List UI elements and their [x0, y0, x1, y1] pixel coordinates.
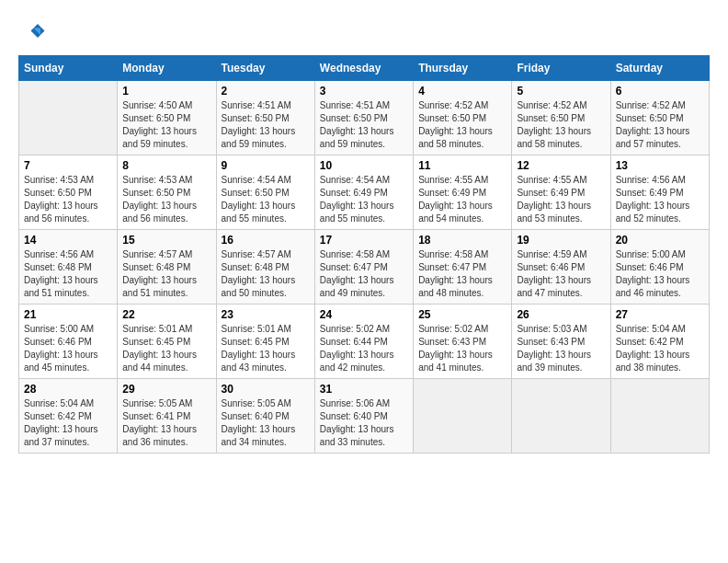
day-info: Sunrise: 5:04 AM Sunset: 6:42 PM Dayligh… [616, 323, 704, 374]
sunrise-text: Sunrise: 5:00 AM [24, 324, 94, 334]
calendar-row: 21 Sunrise: 5:00 AM Sunset: 6:46 PM Dayl… [19, 304, 710, 379]
sunrise-text: Sunrise: 5:01 AM [222, 324, 291, 334]
calendar-cell: 25 Sunrise: 5:02 AM Sunset: 6:43 PM Dayl… [414, 304, 512, 379]
sunset-text: Sunset: 6:50 PM [122, 188, 190, 198]
sunset-text: Sunset: 6:45 PM [222, 337, 290, 347]
daylight-text: Daylight: 13 hours and 43 minutes. [222, 350, 296, 373]
weekday-header: Sunday [19, 56, 118, 81]
day-info: Sunrise: 5:06 AM Sunset: 6:40 PM Dayligh… [320, 397, 408, 449]
sunset-text: Sunset: 6:43 PM [418, 337, 486, 347]
sunrise-text: Sunrise: 5:03 AM [517, 324, 586, 334]
daylight-text: Daylight: 13 hours and 36 minutes. [122, 424, 197, 447]
sunset-text: Sunset: 6:45 PM [122, 337, 190, 347]
day-info: Sunrise: 5:02 AM Sunset: 6:43 PM Dayligh… [418, 323, 506, 374]
day-number: 15 [122, 234, 210, 247]
sunrise-text: Sunrise: 5:02 AM [418, 324, 488, 334]
day-number: 11 [418, 159, 506, 172]
day-info: Sunrise: 4:55 AM Sunset: 6:49 PM Dayligh… [418, 174, 506, 225]
day-info: Sunrise: 4:52 AM Sunset: 6:50 PM Dayligh… [418, 99, 506, 151]
calendar-cell: 17 Sunrise: 4:58 AM Sunset: 6:47 PM Dayl… [314, 230, 413, 304]
day-info: Sunrise: 5:01 AM Sunset: 6:45 PM Dayligh… [222, 323, 310, 374]
sunset-text: Sunset: 6:50 PM [222, 188, 290, 198]
day-info: Sunrise: 4:55 AM Sunset: 6:49 PM Dayligh… [517, 174, 605, 225]
day-number: 26 [517, 308, 605, 321]
calendar-cell: 19 Sunrise: 4:59 AM Sunset: 6:46 PM Dayl… [512, 230, 610, 304]
sunrise-text: Sunrise: 4:56 AM [616, 175, 686, 185]
day-info: Sunrise: 4:57 AM Sunset: 6:48 PM Dayligh… [222, 248, 310, 300]
calendar-cell: 15 Sunrise: 4:57 AM Sunset: 6:48 PM Dayl… [118, 230, 216, 304]
daylight-text: Daylight: 13 hours and 46 minutes. [616, 275, 690, 298]
day-info: Sunrise: 4:52 AM Sunset: 6:50 PM Dayligh… [616, 99, 704, 151]
day-number: 13 [616, 159, 704, 172]
daylight-text: Daylight: 13 hours and 55 minutes. [320, 201, 394, 224]
sunset-text: Sunset: 6:49 PM [418, 188, 486, 198]
weekday-header: Wednesday [314, 56, 413, 81]
daylight-text: Daylight: 13 hours and 53 minutes. [517, 201, 591, 224]
daylight-text: Daylight: 13 hours and 44 minutes. [122, 350, 197, 373]
daylight-text: Daylight: 13 hours and 54 minutes. [418, 201, 493, 224]
calendar-cell: 13 Sunrise: 4:56 AM Sunset: 6:49 PM Dayl… [610, 155, 709, 230]
day-number: 9 [222, 159, 310, 172]
calendar-cell: 5 Sunrise: 4:52 AM Sunset: 6:50 PM Dayli… [512, 81, 610, 155]
day-info: Sunrise: 4:53 AM Sunset: 6:50 PM Dayligh… [24, 174, 112, 225]
day-info: Sunrise: 5:05 AM Sunset: 6:41 PM Dayligh… [122, 397, 210, 449]
calendar-cell: 27 Sunrise: 5:04 AM Sunset: 6:42 PM Dayl… [610, 304, 709, 379]
sunrise-text: Sunrise: 4:51 AM [320, 100, 390, 110]
header-row: SundayMondayTuesdayWednesdayThursdayFrid… [19, 56, 710, 81]
day-info: Sunrise: 4:56 AM Sunset: 6:49 PM Dayligh… [616, 174, 704, 225]
calendar-cell [610, 379, 709, 454]
day-info: Sunrise: 5:01 AM Sunset: 6:45 PM Dayligh… [122, 323, 210, 374]
daylight-text: Daylight: 13 hours and 59 minutes. [320, 126, 394, 149]
calendar-cell: 28 Sunrise: 5:04 AM Sunset: 6:42 PM Dayl… [19, 379, 118, 454]
calendar-cell: 26 Sunrise: 5:03 AM Sunset: 6:43 PM Dayl… [512, 304, 610, 379]
calendar-cell: 30 Sunrise: 5:05 AM Sunset: 6:40 PM Dayl… [216, 379, 314, 454]
sunrise-text: Sunrise: 4:52 AM [517, 100, 586, 110]
calendar-cell: 24 Sunrise: 5:02 AM Sunset: 6:44 PM Dayl… [314, 304, 413, 379]
sunset-text: Sunset: 6:48 PM [122, 262, 190, 272]
daylight-text: Daylight: 13 hours and 51 minutes. [122, 275, 197, 298]
calendar-row: 28 Sunrise: 5:04 AM Sunset: 6:42 PM Dayl… [19, 379, 710, 454]
sunset-text: Sunset: 6:46 PM [24, 337, 92, 347]
daylight-text: Daylight: 13 hours and 38 minutes. [616, 350, 690, 373]
day-info: Sunrise: 4:59 AM Sunset: 6:46 PM Dayligh… [517, 248, 605, 300]
sunset-text: Sunset: 6:42 PM [616, 337, 684, 347]
day-number: 21 [24, 308, 112, 321]
day-info: Sunrise: 5:04 AM Sunset: 6:42 PM Dayligh… [24, 397, 112, 449]
daylight-text: Daylight: 13 hours and 42 minutes. [320, 350, 394, 373]
day-info: Sunrise: 4:58 AM Sunset: 6:47 PM Dayligh… [320, 248, 408, 300]
calendar-cell: 2 Sunrise: 4:51 AM Sunset: 6:50 PM Dayli… [216, 81, 314, 155]
daylight-text: Daylight: 13 hours and 41 minutes. [418, 350, 493, 373]
sunrise-text: Sunrise: 4:51 AM [222, 100, 291, 110]
sunset-text: Sunset: 6:47 PM [418, 262, 486, 272]
calendar-cell: 21 Sunrise: 5:00 AM Sunset: 6:46 PM Dayl… [19, 304, 118, 379]
day-info: Sunrise: 4:57 AM Sunset: 6:48 PM Dayligh… [122, 248, 210, 300]
day-number: 12 [517, 159, 605, 172]
weekday-header: Thursday [414, 56, 512, 81]
weekday-header: Saturday [610, 56, 709, 81]
day-number: 25 [418, 308, 506, 321]
day-number: 28 [24, 383, 112, 396]
daylight-text: Daylight: 13 hours and 47 minutes. [517, 275, 591, 298]
sunset-text: Sunset: 6:44 PM [320, 337, 388, 347]
daylight-text: Daylight: 13 hours and 56 minutes. [122, 201, 197, 224]
calendar-cell: 11 Sunrise: 4:55 AM Sunset: 6:49 PM Dayl… [414, 155, 512, 230]
calendar-cell: 7 Sunrise: 4:53 AM Sunset: 6:50 PM Dayli… [19, 155, 118, 230]
sunset-text: Sunset: 6:50 PM [616, 113, 684, 123]
day-number: 22 [122, 308, 210, 321]
sunset-text: Sunset: 6:50 PM [517, 113, 585, 123]
sunrise-text: Sunrise: 4:55 AM [517, 175, 586, 185]
sunrise-text: Sunrise: 4:52 AM [418, 100, 488, 110]
sunset-text: Sunset: 6:46 PM [517, 262, 585, 272]
daylight-text: Daylight: 13 hours and 58 minutes. [517, 126, 591, 149]
sunrise-text: Sunrise: 5:06 AM [320, 398, 390, 408]
calendar-cell: 10 Sunrise: 4:54 AM Sunset: 6:49 PM Dayl… [314, 155, 413, 230]
sunrise-text: Sunrise: 4:55 AM [418, 175, 488, 185]
day-number: 6 [616, 85, 704, 98]
calendar-cell: 31 Sunrise: 5:06 AM Sunset: 6:40 PM Dayl… [314, 379, 413, 454]
daylight-text: Daylight: 13 hours and 59 minutes. [122, 126, 197, 149]
daylight-text: Daylight: 13 hours and 59 minutes. [222, 126, 296, 149]
calendar-cell [414, 379, 512, 454]
day-info: Sunrise: 4:58 AM Sunset: 6:47 PM Dayligh… [418, 248, 506, 300]
sunset-text: Sunset: 6:48 PM [222, 262, 290, 272]
weekday-header: Monday [118, 56, 216, 81]
